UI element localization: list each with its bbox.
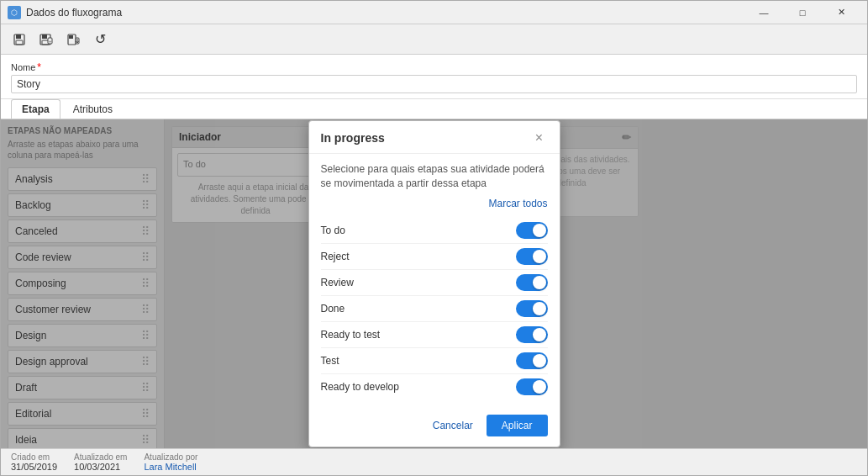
svg-text:+: +: [49, 39, 52, 44]
save-button-1[interactable]: [8, 28, 31, 51]
updated-by-label: Atualizado por: [144, 452, 197, 462]
toolbar: + ↺: [1, 24, 867, 55]
toggle-test-switch[interactable]: [516, 352, 548, 369]
app-title: Dados do fluxograma: [26, 7, 122, 19]
app-window: ⬡ Dados do fluxograma — □ ✕ + ↺ Nome * E…: [0, 0, 868, 476]
svg-rect-4: [42, 34, 47, 39]
tab-atributos[interactable]: Atributos: [62, 99, 124, 119]
maximize-button[interactable]: □: [783, 1, 822, 24]
updated-field: Atualizado em 10/03/2021: [74, 452, 127, 472]
name-label: Nome *: [11, 61, 857, 73]
toggle-review-switch[interactable]: [516, 274, 548, 291]
modal-footer: Cancelar Aplicar: [309, 408, 560, 447]
toggle-ready-to-develop-switch[interactable]: [516, 378, 548, 395]
toggle-done-switch[interactable]: [516, 300, 548, 317]
toggle-ready-to-test-switch[interactable]: [516, 326, 548, 343]
modal-description: Selecione para quais etapas sua atividad…: [321, 162, 548, 191]
toggle-reject-switch[interactable]: [516, 248, 548, 265]
mark-all-link[interactable]: Marcar todos: [488, 198, 547, 209]
close-button[interactable]: ✕: [822, 1, 860, 24]
modal-overlay: In progress × Selecione para quais etapa…: [1, 119, 867, 448]
tabs-bar: Etapa Atributos: [1, 99, 867, 119]
toggle-todo: To do: [321, 218, 548, 244]
svg-rect-1: [16, 34, 21, 39]
toggle-done: Done: [321, 296, 548, 322]
created-field: Criado em 31/05/2019: [11, 452, 57, 472]
toggle-reject: Reject: [321, 244, 548, 270]
cancel-button[interactable]: Cancelar: [426, 416, 480, 435]
svg-rect-9: [69, 35, 73, 39]
form-area: Nome *: [1, 55, 867, 99]
toggle-todo-switch[interactable]: [516, 222, 548, 239]
modal-header: In progress ×: [309, 121, 560, 154]
apply-button[interactable]: Aplicar: [487, 415, 548, 436]
modal-title: In progress: [321, 131, 385, 145]
updated-by-value[interactable]: Lara Mitchell: [144, 462, 197, 472]
toggle-review: Review: [321, 270, 548, 296]
title-bar-left: ⬡ Dados do fluxograma: [8, 6, 122, 19]
modal-close-button[interactable]: ×: [531, 130, 548, 146]
title-bar: ⬡ Dados do fluxograma — □ ✕: [1, 1, 867, 24]
toggle-ready-to-test: Ready to test: [321, 322, 548, 348]
save-button-3[interactable]: [61, 28, 85, 51]
created-label: Criado em: [11, 452, 57, 462]
required-indicator: *: [37, 61, 41, 73]
toggle-ready-to-develop: Ready to develop: [321, 374, 548, 399]
updated-value: 10/03/2021: [74, 462, 127, 472]
name-input[interactable]: [11, 75, 857, 93]
updated-by-field: Atualizado por Lara Mitchell: [144, 452, 197, 472]
app-icon: ⬡: [8, 6, 21, 19]
in-progress-modal: In progress × Selecione para quais etapa…: [308, 120, 560, 447]
window-controls: — □ ✕: [744, 1, 860, 24]
main-content: ETAPAS NÃO MAPEADAS Arraste as etapas ab…: [1, 119, 867, 448]
modal-body: Selecione para quais etapas sua atividad…: [309, 154, 560, 408]
minimize-button[interactable]: —: [744, 1, 783, 24]
status-bar: Criado em 31/05/2019 Atualizado em 10/03…: [1, 448, 867, 475]
tab-etapa[interactable]: Etapa: [11, 99, 60, 119]
updated-label: Atualizado em: [74, 452, 127, 462]
created-value: 31/05/2019: [11, 462, 57, 472]
toggle-test: Test: [321, 348, 548, 374]
refresh-button[interactable]: ↺: [88, 28, 112, 51]
save-button-2[interactable]: +: [34, 28, 58, 51]
svg-rect-2: [16, 40, 23, 45]
